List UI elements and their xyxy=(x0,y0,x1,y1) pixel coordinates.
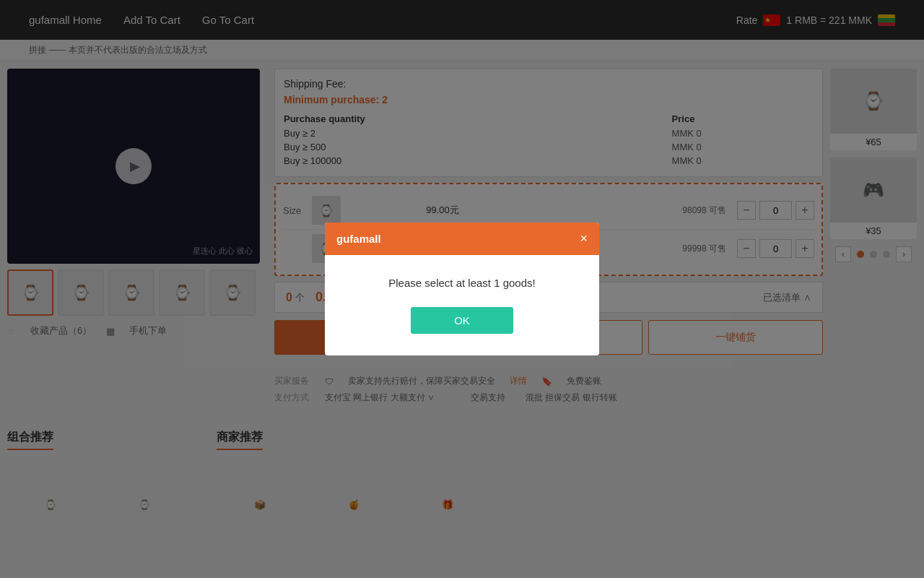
alert-modal: gufamall × Please select at least 1 good… xyxy=(325,223,599,355)
modal-overlay[interactable]: gufamall × Please select at least 1 good… xyxy=(0,0,924,555)
modal-header: gufamall × xyxy=(325,223,599,255)
modal-ok-button[interactable]: OK xyxy=(411,307,513,334)
modal-message: Please select at least 1 goods! xyxy=(339,277,585,289)
modal-body: Please select at least 1 goods! OK xyxy=(325,255,599,355)
modal-close-button[interactable]: × xyxy=(580,231,588,246)
modal-title: gufamall xyxy=(336,233,381,245)
